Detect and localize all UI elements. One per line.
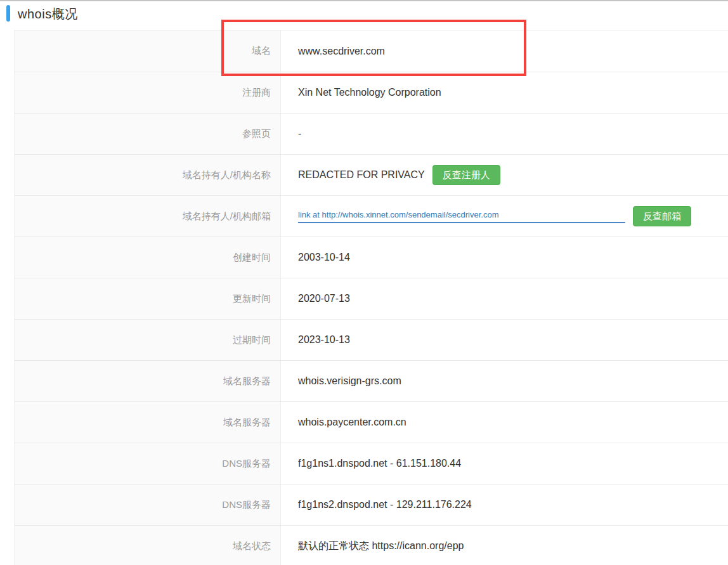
row-value: f1g1ns1.dnspod.net - 61.151.180.44 (298, 458, 461, 469)
row-value-cell: Xin Net Technology Corporation (281, 72, 728, 113)
whois-page: whois概况 域名 www.secdriver.com 注册商 Xin Net… (0, 0, 728, 565)
row-value: REDACTED FOR PRIVACY (298, 169, 425, 181)
row-value-cell: 默认的正常状态 https://icann.org/epp (281, 526, 728, 565)
table-row: 过期时间 2023-10-13 (15, 320, 728, 361)
row-value-cell: whois.paycenter.com.cn (281, 402, 728, 443)
table-row: 域名持有人/机构邮箱 link at http://whois.xinnet.c… (15, 196, 728, 237)
row-value-cell: - (281, 114, 728, 154)
row-value: whois.paycenter.com.cn (298, 417, 406, 428)
row-label: 域名服务器 (15, 402, 281, 443)
row-label: 参照页 (15, 114, 281, 154)
reverse-lookup-registrant-button[interactable]: 反查注册人 (432, 165, 500, 185)
table-row: 注册商 Xin Net Technology Corporation (15, 72, 728, 114)
row-value-cell: 2003-10-14 (281, 237, 728, 278)
table-row: DNS服务器 f1g1ns1.dnspod.net - 61.151.180.4… (15, 443, 728, 484)
row-value-cell: www.secdriver.com (281, 30, 728, 72)
reverse-lookup-email-button[interactable]: 反查邮箱 (633, 206, 691, 226)
table-row: 创建时间 2003-10-14 (15, 237, 728, 278)
row-value-cell: f1g1ns1.dnspod.net - 61.151.180.44 (281, 443, 728, 484)
row-value: 2023-10-13 (298, 334, 350, 346)
row-value: whois.verisign-grs.com (298, 375, 401, 387)
table-row: 域名状态 默认的正常状态 https://icann.org/epp (15, 526, 728, 565)
row-value: 默认的正常状态 https://icann.org/epp (298, 540, 464, 553)
table-row: 更新时间 2020-07-13 (15, 278, 728, 320)
email-link[interactable]: link at http://whois.xinnet.com/sendemai… (298, 210, 625, 223)
whois-table: 域名 www.secdriver.com 注册商 Xin Net Technol… (14, 30, 728, 565)
table-row: 域名 www.secdriver.com (15, 30, 728, 72)
row-value-cell: link at http://whois.xinnet.com/sendemai… (281, 196, 728, 237)
row-label: 域名 (15, 30, 281, 72)
row-value-cell: 2023-10-13 (281, 320, 728, 360)
row-value-cell: whois.verisign-grs.com (281, 361, 728, 401)
table-row: 域名持有人/机构名称 REDACTED FOR PRIVACY 反查注册人 (15, 155, 728, 196)
row-label: 注册商 (15, 72, 281, 113)
row-label: 域名服务器 (15, 361, 281, 401)
table-row: 参照页 - (15, 114, 728, 155)
row-label: 创建时间 (15, 237, 281, 278)
row-value: 2020-07-13 (298, 293, 350, 304)
row-value: Xin Net Technology Corporation (298, 87, 441, 98)
row-label: 域名持有人/机构邮箱 (15, 196, 281, 237)
row-label: 过期时间 (15, 320, 281, 360)
table-row: 域名服务器 whois.paycenter.com.cn (15, 402, 728, 443)
table-row: DNS服务器 f1g1ns2.dnspod.net - 129.211.176.… (15, 484, 728, 526)
row-value-cell: REDACTED FOR PRIVACY 反查注册人 (281, 155, 728, 195)
row-value: www.secdriver.com (298, 46, 385, 57)
row-label: DNS服务器 (15, 443, 281, 484)
row-value: - (298, 128, 301, 140)
row-value-cell: f1g1ns2.dnspod.net - 129.211.176.224 (281, 484, 728, 525)
section-header: whois概况 (0, 1, 728, 30)
table-row: 域名服务器 whois.verisign-grs.com (15, 361, 728, 402)
row-value-cell: 2020-07-13 (281, 278, 728, 319)
title-accent-bar (6, 5, 10, 22)
row-value: f1g1ns2.dnspod.net - 129.211.176.224 (298, 499, 472, 510)
row-label: 更新时间 (15, 278, 281, 319)
page-title: whois概况 (18, 6, 78, 23)
row-value: 2003-10-14 (298, 252, 350, 263)
row-label: DNS服务器 (15, 484, 281, 525)
row-label: 域名持有人/机构名称 (15, 155, 281, 195)
row-label: 域名状态 (15, 526, 281, 565)
